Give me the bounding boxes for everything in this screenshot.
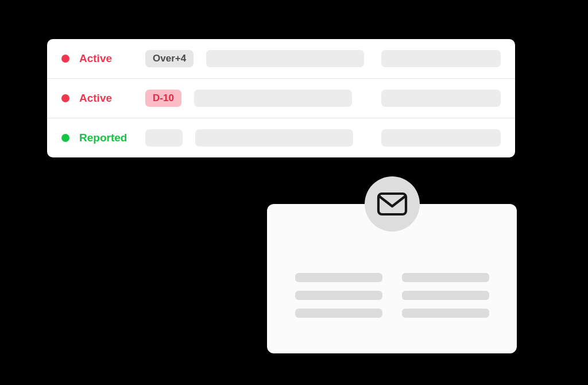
status-label: Active	[79, 52, 145, 65]
mail-icon-circle[interactable]	[365, 176, 420, 232]
status-row[interactable]: Active D-10	[47, 79, 515, 118]
placeholder-bar	[381, 50, 501, 67]
placeholder-line	[402, 291, 489, 300]
mail-column-right	[402, 273, 489, 318]
due-pill: Over+4	[145, 50, 194, 67]
mail-card	[267, 204, 517, 353]
placeholder-line	[402, 309, 489, 318]
placeholder-line	[295, 273, 382, 282]
placeholder-line	[402, 273, 489, 282]
placeholder-bar	[195, 129, 353, 147]
status-dot-icon	[61, 55, 69, 63]
placeholder-bar	[206, 50, 364, 67]
status-label: Active	[79, 92, 145, 105]
status-dot-icon	[61, 94, 69, 102]
mail-icon	[377, 192, 408, 216]
status-panel: Active Over+4 Active D-10 Reported	[47, 39, 515, 157]
placeholder-bar	[381, 90, 501, 107]
due-pill-placeholder	[145, 129, 183, 147]
mail-content	[267, 273, 517, 318]
mail-column-left	[295, 273, 382, 318]
status-row[interactable]: Reported	[47, 118, 515, 157]
status-label: Reported	[79, 132, 145, 144]
placeholder-bar	[381, 129, 501, 147]
status-row[interactable]: Active Over+4	[47, 39, 515, 79]
svg-rect-0	[378, 194, 406, 214]
placeholder-line	[295, 291, 382, 300]
placeholder-bar	[194, 90, 352, 107]
placeholder-line	[295, 309, 382, 318]
due-pill: D-10	[145, 90, 181, 107]
status-dot-icon	[61, 134, 69, 142]
